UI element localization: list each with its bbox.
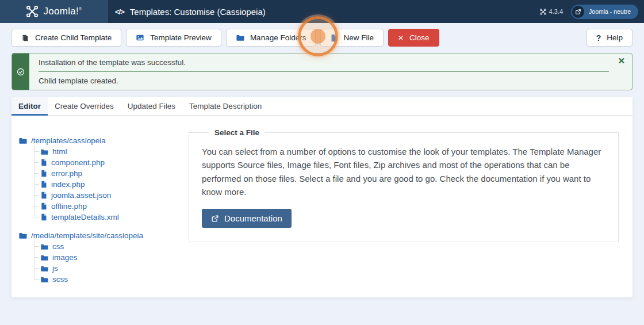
file-icon (40, 213, 47, 221)
success-alert: Installation of the template was success… (12, 53, 632, 90)
folder-icon (18, 231, 27, 240)
new-file-label: New File (343, 33, 374, 42)
external-link-icon (211, 215, 219, 223)
tree-item-css: css (34, 241, 177, 252)
file-icon (40, 170, 47, 177)
code-icon: </> (115, 7, 124, 16)
question-icon: ? (596, 33, 601, 43)
template-preview-button[interactable]: Template Preview (126, 29, 221, 47)
template-preview-label: Template Preview (150, 33, 212, 42)
help-button[interactable]: ? Help (586, 29, 632, 47)
panel-legend: Select a File (209, 128, 265, 137)
alert-close-icon[interactable]: ✕ (618, 56, 625, 65)
tree-item-templatedetails-xml: templateDetails.xml (34, 212, 177, 223)
tree-item-scss: scss (34, 274, 177, 285)
tree-item-link[interactable]: component.php (40, 158, 105, 167)
joomla-logo-icon (26, 5, 39, 18)
admin-header: Joomla!® </> Templates: Customise (Cassi… (0, 0, 644, 23)
folder-icon (40, 243, 48, 251)
folder-icon (40, 148, 48, 156)
site-preview-button[interactable]: Joomla - neutre (571, 5, 638, 19)
panel-description: You can select from a number of options … (202, 145, 605, 198)
tree-item-link[interactable]: index.php (40, 180, 85, 189)
alert-icon-bar (12, 53, 29, 90)
tab-template-description[interactable]: Template Description (182, 97, 269, 115)
create-child-template-button[interactable]: Create Child Template (12, 29, 121, 47)
tree-item-html: html (34, 146, 177, 157)
tree-item-joomla-asset-json: joomla.asset.json (34, 190, 177, 201)
tab-bar: Editor Create Overrides Updated Files Te… (12, 97, 632, 116)
tree-item-link[interactable]: images (40, 253, 78, 262)
alert-message-2: Child template created. (39, 72, 609, 90)
file-icon (40, 192, 47, 199)
tree-item-link[interactable]: html (40, 147, 67, 156)
tree-item-link[interactable]: joomla.asset.json (40, 191, 111, 200)
tab-create-overrides[interactable]: Create Overrides (48, 97, 121, 115)
times-icon: ✕ (398, 34, 404, 42)
close-button[interactable]: ✕ Close (388, 29, 439, 47)
close-label: Close (409, 33, 430, 42)
create-child-template-label: Create Child Template (35, 33, 112, 42)
tree-root-link[interactable]: /media/templates/site/cassiopeia (18, 231, 143, 240)
tree-item-error-php: error.php (34, 168, 177, 179)
joomla-version-icon (540, 9, 546, 15)
tree-root-link[interactable]: /templates/cassiopeia (18, 136, 106, 145)
file-icon (40, 159, 47, 166)
main-content-card: Editor Create Overrides Updated Files Te… (12, 97, 632, 297)
tree-root-media: /media/templates/site/cassiopeia (18, 230, 177, 241)
tree-item-index-php: index.php (34, 179, 177, 190)
help-label: Help (607, 33, 623, 42)
file-icon (40, 181, 47, 188)
page-title-area: </> Templates: Customise (Cassiopeia) (108, 0, 266, 23)
brand-text: Joomla!® (43, 6, 82, 17)
tree-item-images: images (34, 252, 177, 263)
file-icon (330, 34, 338, 42)
folder-icon (236, 33, 244, 42)
page-title: Templates: Customise (Cassiopeia) (130, 7, 266, 17)
select-file-panel: Select a File You can select from a numb… (189, 128, 619, 242)
tree-item-link[interactable]: scss (40, 275, 68, 284)
tree-item-link[interactable]: js (40, 264, 58, 273)
file-tree: /templates/cassiopeia html component.php… (18, 116, 177, 285)
tree-root-templates: /templates/cassiopeia (18, 135, 177, 146)
site-preview-label: Joomla - neutre (589, 8, 631, 15)
documentation-label: Documentation (224, 213, 282, 223)
folder-icon (40, 265, 48, 273)
check-circle-icon (17, 68, 25, 76)
tree-item-link[interactable]: css (40, 242, 64, 251)
folder-icon (40, 254, 48, 262)
toolbar: Create Child Template Template Preview M… (0, 23, 644, 47)
version-number: 4.3.4 (549, 8, 563, 15)
manage-folders-button[interactable]: Manage Folders (226, 29, 316, 47)
documentation-button[interactable]: Documentation (202, 209, 292, 228)
tree-item-component-php: component.php (34, 157, 177, 168)
manage-folders-label: Manage Folders (250, 33, 306, 42)
folder-icon (18, 136, 27, 145)
tree-item-js: js (34, 263, 177, 274)
version-badge: 4.3.4 (540, 8, 563, 15)
tree-item-link[interactable]: error.php (40, 169, 82, 178)
new-file-button[interactable]: New File (320, 29, 384, 47)
image-icon (136, 33, 144, 42)
tree-item-link[interactable]: offline.php (40, 202, 87, 211)
copy-icon (21, 34, 29, 42)
folder-icon (40, 276, 48, 284)
alert-message-1: Installation of the template was success… (39, 53, 609, 72)
tab-updated-files[interactable]: Updated Files (121, 97, 182, 115)
external-link-icon (572, 6, 584, 18)
tab-editor[interactable]: Editor (12, 97, 48, 116)
file-icon (40, 202, 47, 210)
joomla-logo: Joomla!® (0, 0, 108, 23)
tree-item-offline-php: offline.php (34, 201, 177, 212)
tree-item-link[interactable]: templateDetails.xml (40, 213, 119, 221)
